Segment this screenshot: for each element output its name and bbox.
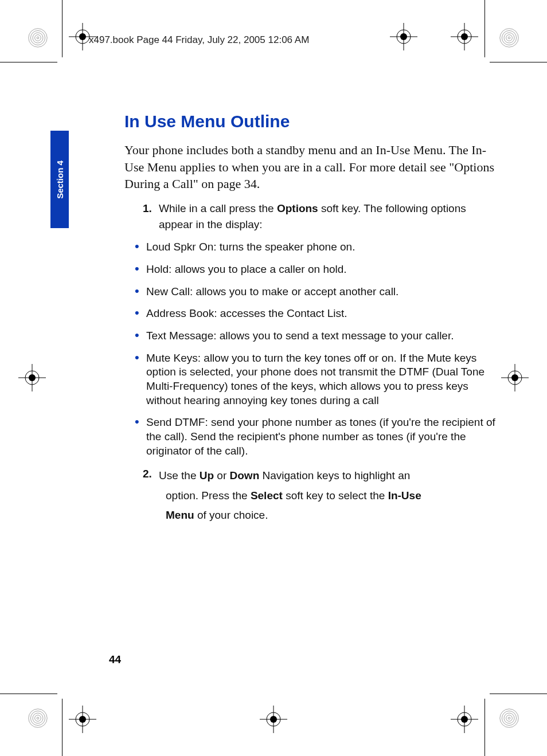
svg-point-19	[508, 717, 510, 719]
spiro-mark	[499, 708, 519, 728]
step-1: 1. While in a call press the Options sof…	[143, 201, 497, 232]
svg-point-9	[508, 37, 510, 39]
bold-text: Select	[251, 489, 283, 502]
list-item: Hold: allows you to place a caller on ho…	[135, 263, 497, 277]
step-text: Use the Up or Down Navigation keys to hi…	[159, 466, 421, 525]
list-item: Address Book: accesses the Contact List.	[135, 307, 497, 321]
svg-point-14	[37, 717, 39, 719]
svg-point-18	[506, 715, 513, 722]
list-item: Send DTMF: send your phone number as ton…	[135, 416, 497, 458]
crop-mark	[0, 694, 57, 694]
list-item: New Call: allows you to make or accept a…	[135, 285, 497, 299]
list-item: Text Message: allows you to send a text …	[135, 329, 497, 343]
crop-mark	[490, 694, 547, 694]
bold-text: Up	[200, 469, 214, 481]
spiro-mark	[28, 28, 48, 48]
svg-point-3	[35, 35, 41, 41]
spiro-mark	[499, 28, 519, 48]
bold-text: In-Use	[388, 489, 421, 502]
text: soft key to select the	[283, 489, 388, 502]
step-text: While in a call press the Options soft k…	[159, 201, 497, 232]
registration-mark	[260, 706, 287, 733]
page-content: In Use Menu Outline Your phone includes …	[124, 112, 497, 533]
document-header: x497.book Page 44 Friday, July 22, 2005 …	[89, 34, 309, 46]
intro-paragraph: Your phone includes both a standby menu …	[124, 142, 497, 193]
svg-point-17	[504, 713, 514, 723]
svg-point-13	[35, 715, 41, 722]
registration-mark	[501, 364, 529, 391]
svg-point-11	[30, 711, 45, 725]
svg-point-5	[500, 29, 518, 47]
registration-mark	[69, 706, 96, 733]
svg-point-0	[29, 29, 47, 47]
list-item: Mute Keys: allow you to turn the key ton…	[135, 351, 497, 408]
step-2: 2. Use the Up or Down Navigation keys to…	[143, 466, 497, 525]
registration-mark	[390, 23, 417, 50]
text: Navigation keys to highlight an	[259, 469, 410, 481]
registration-mark	[18, 364, 46, 391]
crop-mark	[485, 0, 485, 57]
svg-point-10	[29, 709, 47, 727]
crop-mark	[62, 0, 62, 57]
section-tab: Section 4	[50, 131, 69, 228]
list-item: Loud Spkr On: turns the speaker phone on…	[135, 240, 497, 254]
text: of your choice.	[194, 509, 268, 521]
svg-point-12	[33, 713, 43, 723]
registration-mark	[451, 23, 478, 50]
svg-point-1	[30, 30, 45, 45]
text: Use the	[159, 469, 200, 481]
page-number: 44	[109, 653, 121, 666]
svg-point-7	[504, 33, 514, 43]
svg-point-8	[506, 35, 513, 41]
section-tab-label: Section 4	[55, 160, 65, 199]
crop-mark	[485, 699, 485, 756]
svg-point-4	[37, 37, 39, 39]
bold-text: Options	[277, 202, 318, 214]
bold-text: Down	[230, 469, 260, 481]
registration-mark	[451, 706, 478, 733]
page-heading: In Use Menu Outline	[124, 112, 497, 131]
svg-point-2	[33, 33, 43, 43]
step-number: 1.	[143, 201, 159, 232]
text: While in a call press the	[159, 202, 277, 214]
crop-mark	[0, 62, 57, 62]
crop-mark	[490, 62, 547, 62]
svg-point-15	[500, 709, 518, 727]
crop-mark	[62, 699, 62, 756]
step-number: 2.	[143, 466, 159, 525]
bullet-list: Loud Spkr On: turns the speaker phone on…	[135, 240, 497, 458]
bold-text: Menu	[166, 509, 194, 521]
spiro-mark	[28, 708, 48, 728]
text: or	[214, 469, 229, 481]
text: option. Press the	[166, 489, 251, 502]
